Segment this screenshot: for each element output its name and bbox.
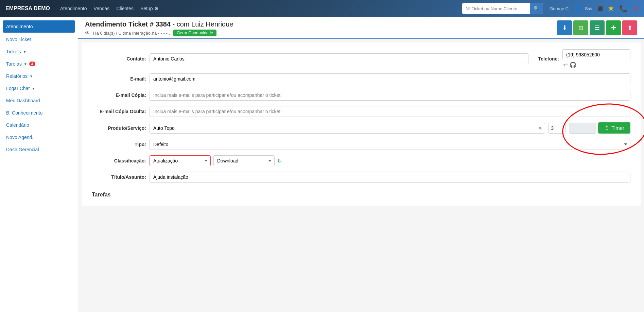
- tipo-label: Tipo:: [92, 142, 146, 147]
- sair-link[interactable]: Sair: [585, 6, 593, 11]
- sidebar-label-relatorios: Relatórios: [6, 73, 28, 79]
- chevron-down-icon: ▼: [32, 87, 35, 90]
- sidebar-item-calendario[interactable]: Calendário: [0, 119, 78, 131]
- titulo-row: Título/Assunto:: [92, 172, 630, 183]
- email-copia-oculta-label: E-mail Cópia Oculta:: [92, 109, 146, 114]
- sidebar-label-tarefas: Tarefas: [6, 61, 22, 67]
- email-copia-label: E-mail Cópia:: [92, 92, 146, 98]
- produto-row: Produto/Serviço: ✕ ⏱ Timer: [92, 122, 630, 134]
- eye-icon[interactable]: 👁: [85, 30, 90, 36]
- sidebar-item-relatorios[interactable]: Relatórios ▼: [0, 70, 78, 82]
- tarefas-badge: 4: [29, 62, 35, 66]
- phone-call-icon[interactable]: ↩: [563, 62, 568, 68]
- grid-action-button[interactable]: ⊞: [573, 20, 588, 35]
- sidebar-label-logar-chat: Logar Chat: [6, 86, 30, 91]
- ticket-title: Atendimento Ticket # 3384 - com Luiz Hen…: [85, 20, 233, 28]
- nav-setup[interactable]: Setup ⚙: [140, 6, 159, 11]
- clear-produto-icon[interactable]: ✕: [538, 125, 542, 131]
- nav-clientes[interactable]: Clientes: [116, 6, 134, 11]
- telefone-label: Telefone:: [532, 56, 559, 62]
- tipo-select[interactable]: Defeito: [150, 139, 630, 150]
- titulo-label: Título/Assunto:: [92, 174, 146, 180]
- user-icon: 👤: [575, 6, 580, 11]
- timer-wrap: ⏱ Timer: [569, 122, 630, 134]
- sidebar-label-b-conhecimento: B. Conhecimento: [6, 110, 42, 116]
- sidebar-label-atendimento: Atendimento: [6, 24, 33, 29]
- chevron-down-icon: ▼: [30, 74, 33, 78]
- sidebar-item-novo-agend[interactable]: Novo Agend.: [0, 131, 78, 143]
- up-action-button[interactable]: ⬆: [622, 20, 637, 35]
- layout: Atendimento Novo Ticket Tickets ▼ Tarefa…: [0, 17, 644, 312]
- sidebar-item-novo-ticket[interactable]: Novo Ticket: [0, 33, 78, 46]
- topnav: EMPRESA DEMO Atendimento Vendas Clientes…: [0, 0, 644, 17]
- ticket-subtitle: 👁 Há 6 dia(s) / Última Interação há - - …: [85, 30, 233, 36]
- refresh-icon[interactable]: ↻: [277, 158, 282, 164]
- classificacao-label: Classificação:: [92, 158, 146, 163]
- main-content: Atendimento Ticket # 3384 - com Luiz Hen…: [78, 17, 644, 312]
- list-action-button[interactable]: ☰: [590, 20, 605, 35]
- produto-label: Produto/Serviço:: [92, 125, 146, 131]
- email-row: E-mail:: [92, 73, 630, 84]
- price-input[interactable]: [569, 123, 596, 134]
- classificacao-wrap: Atualização Download ↻: [150, 155, 630, 166]
- ticket-actions: ⬇ ⊞ ☰ ✚ ⬆: [557, 20, 637, 35]
- search-input[interactable]: [462, 6, 530, 11]
- chevron-down-icon: ▼: [23, 50, 27, 54]
- sidebar-item-b-conhecimento[interactable]: B. Conhecimento: [0, 107, 78, 119]
- telefone-input[interactable]: [562, 49, 630, 60]
- nav-vendas[interactable]: Vendas: [94, 6, 110, 11]
- sidebar-item-atendimento[interactable]: Atendimento: [3, 20, 75, 33]
- sidebar-label-tickets: Tickets: [6, 49, 21, 54]
- pause-icon: ⏸: [632, 5, 639, 12]
- email-copia-oculta-row: E-mail Cópia Oculta:: [92, 106, 630, 117]
- search-bar: 🔍: [462, 3, 543, 14]
- gerar-oportunidade-button[interactable]: Gerar Oportunidade: [173, 30, 216, 36]
- sidebar-item-tarefas[interactable]: Tarefas ▼ 4: [0, 58, 78, 70]
- headset-icon[interactable]: 🎧: [570, 62, 576, 68]
- email-copia-row: E-mail Cópia:: [92, 90, 630, 101]
- produto-input[interactable]: [150, 123, 545, 134]
- sidebar: Atendimento Novo Ticket Tickets ▼ Tarefa…: [0, 17, 78, 312]
- sidebar-item-tickets[interactable]: Tickets ▼: [0, 46, 78, 58]
- download-action-button[interactable]: ⬇: [557, 20, 572, 35]
- email-label: E-mail:: [92, 76, 146, 82]
- nav-atendimento[interactable]: Atendimento: [60, 6, 87, 11]
- add-action-button[interactable]: ✚: [606, 20, 621, 35]
- telefone-wrap: ↩ 🎧: [562, 49, 630, 68]
- gear-icon: ⚙: [154, 6, 159, 11]
- sidebar-item-dash-gerencial[interactable]: Dash Gerencial: [0, 143, 78, 156]
- phone-topnav-icon[interactable]: 📞: [619, 4, 628, 13]
- sidebar-label-meu-dashboard: Meu Dashboard: [6, 98, 40, 103]
- produto-wrap: ✕: [150, 123, 545, 134]
- sidebar-item-logar-chat[interactable]: Logar Chat ▼: [0, 82, 78, 94]
- classificacao-row: Classificação: Atualização Download ↻: [92, 155, 630, 166]
- form-area: Contato: Telefone: ↩ 🎧 E-mail: E-mail: [82, 42, 641, 206]
- setup-label: Setup: [140, 6, 153, 11]
- email-copia-input[interactable]: [150, 90, 630, 101]
- sidebar-label-dash-gerencial: Dash Gerencial: [6, 147, 39, 152]
- tarefas-section-title: Tarefas: [92, 188, 630, 199]
- user-name[interactable]: George C.: [550, 6, 570, 11]
- timer-button[interactable]: ⏱ Timer: [598, 122, 630, 134]
- phone-icons: ↩ 🎧: [562, 62, 630, 68]
- qty-input[interactable]: [549, 123, 565, 134]
- contato-row: Contato: Telefone: ↩ 🎧: [92, 49, 630, 68]
- sidebar-item-meu-dashboard[interactable]: Meu Dashboard: [0, 94, 78, 107]
- sidebar-label-novo-agend: Novo Agend.: [6, 135, 33, 140]
- classificacao-select[interactable]: Atualização: [150, 155, 211, 166]
- contato-input[interactable]: [150, 53, 528, 64]
- sidebar-label-novo-ticket: Novo Ticket: [6, 37, 31, 42]
- email-copia-oculta-input[interactable]: [150, 106, 630, 117]
- chevron-down-icon: ▼: [24, 62, 27, 66]
- email-input[interactable]: [150, 73, 630, 84]
- topnav-right: George C. 👤 Sair ⬛ ★ 📞 ⏸: [550, 4, 639, 13]
- brand: EMPRESA DEMO: [5, 5, 50, 12]
- tipo-row: Tipo: Defeito: [92, 139, 630, 150]
- clock-icon: ⏱: [604, 125, 609, 131]
- classificacao2-select[interactable]: Download: [213, 155, 275, 166]
- titulo-input[interactable]: [150, 172, 630, 183]
- contato-label: Contato:: [92, 56, 146, 62]
- search-button[interactable]: 🔍: [530, 3, 543, 14]
- star-icon[interactable]: ★: [608, 4, 614, 13]
- exit-icon: ⬛: [597, 6, 603, 11]
